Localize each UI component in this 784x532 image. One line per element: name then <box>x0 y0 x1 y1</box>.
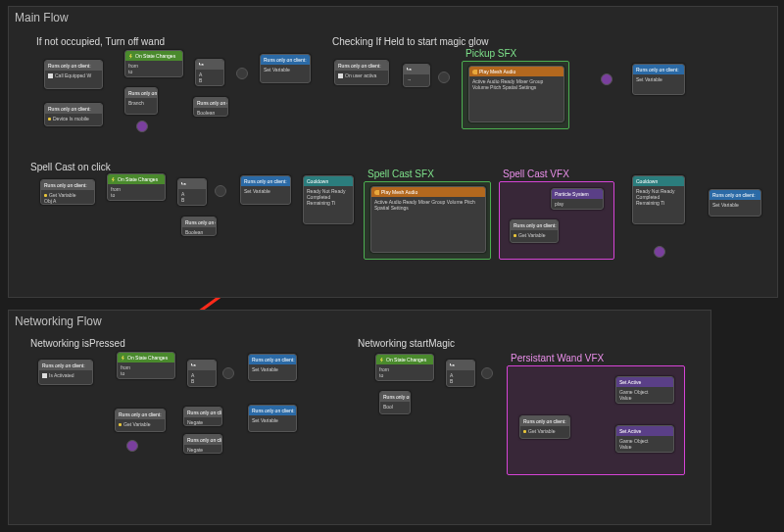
node-header: Runs only on client: <box>125 88 157 98</box>
node-set-variable-np[interactable]: Runs only on client: Set Variable <box>248 354 297 381</box>
node-header: On State Changes <box>125 51 182 61</box>
node-header: Runs only on client: <box>241 176 290 186</box>
node-get-variable-wv[interactable]: Runs only on client: Get Variable <box>519 415 570 439</box>
node-negate-2[interactable]: Runs only on client: Negate <box>183 434 222 454</box>
node-get-variable-sc[interactable]: Runs only on client: Get VariableObj A <box>40 179 95 205</box>
node-body: fromto <box>125 61 182 76</box>
node-play-audio-pickup[interactable]: Play Mesh Audio Active Audio Ready Mixer… <box>468 66 564 122</box>
reroute-node[interactable] <box>136 121 148 132</box>
bolt-icon <box>379 358 384 363</box>
node-header: Cooldown <box>633 176 684 186</box>
reroute-node[interactable] <box>236 68 248 79</box>
node-branch-1b[interactable]: ⮡ AB <box>195 59 224 86</box>
node-set-variable-sc[interactable]: Runs only on client: Set Variable <box>240 175 291 205</box>
node-on-state-changes-2[interactable]: On State Changes fromto <box>107 173 166 201</box>
node-header: Particle System <box>552 189 603 199</box>
node-on-state-changes-3[interactable]: On State Changes fromto <box>117 352 175 379</box>
node-body: AB <box>447 370 474 386</box>
node-set-active-2[interactable]: Set Active Game ObjectValue <box>615 425 674 453</box>
node-body: Branch <box>125 98 157 108</box>
reroute-node[interactable] <box>601 73 612 85</box>
node-get-variable-np[interactable]: Runs only on client: Get Variable <box>115 409 166 432</box>
node-body: Get Variable <box>520 426 569 436</box>
node-on-state-changes-1[interactable]: On State Changes fromto <box>124 50 183 77</box>
node-boolean-1[interactable]: Runs only on client: Boolean <box>193 97 228 117</box>
node-particle[interactable]: Particle System play <box>551 188 604 210</box>
node-get-variable-vfx[interactable]: Runs only on client: Get Variable <box>510 219 559 243</box>
section-title-net: Networking Flow <box>15 314 102 328</box>
sub-networking-ispressed: Networking isPressed <box>30 338 125 349</box>
section-main-flow[interactable]: Main Flow If not occupied, Turn off wand… <box>8 6 778 298</box>
node-negate-1[interactable]: Runs only on client: Negate <box>183 407 222 426</box>
node-header: Play Mesh Audio <box>371 187 485 197</box>
node-body: Call Equipped W <box>45 71 102 80</box>
node-header: Runs only on client: <box>41 180 94 190</box>
node-body: fromto <box>376 364 433 380</box>
node-body: Is Activated <box>39 370 92 380</box>
reroute-node[interactable] <box>215 185 226 197</box>
node-activated[interactable]: Runs only on client: Is Activated <box>38 360 93 385</box>
node-header: ⮡ <box>447 361 474 370</box>
node-body: → <box>404 74 429 84</box>
node-body: Game ObjectValue <box>616 436 673 452</box>
node-set-active-1[interactable]: Set Active Game ObjectValue <box>615 376 674 404</box>
node-body: AB <box>196 70 223 85</box>
comment-spell-sfx[interactable]: Spell Cast SFX Play Mesh Audio Active Au… <box>364 181 491 260</box>
node-body: Bool <box>380 402 410 411</box>
node-header: On State Changes <box>108 174 165 184</box>
section-networking-flow[interactable]: Networking Flow Networking isPressed Net… <box>8 310 711 525</box>
node-device-mobile[interactable]: Runs only on client: Device Is mobile <box>44 103 103 126</box>
comment-spell-vfx[interactable]: Spell Cast VFX Particle System play Runs… <box>499 181 614 260</box>
sound-icon <box>374 190 379 195</box>
node-header: Runs only on client: <box>182 218 216 227</box>
bolt-icon <box>128 54 133 59</box>
node-header: ⮡ <box>178 179 206 189</box>
node-branch-3[interactable]: ⮡ AB <box>187 360 217 387</box>
node-call-equipped[interactable]: Runs only on client: Call Equipped W <box>44 60 103 89</box>
node-cooldown-2[interactable]: Cooldown Ready Not Ready Completed Remai… <box>632 175 685 224</box>
comment-pickup-sfx[interactable]: Pickup SFX Play Mesh Audio Active Audio … <box>462 61 569 129</box>
reroute-node[interactable] <box>222 367 234 379</box>
node-header: Runs only on client: <box>249 355 296 364</box>
node-header: Runs only on client: <box>45 61 102 71</box>
node-play-audio-spell[interactable]: Play Mesh Audio Active Audio Ready Mixer… <box>370 186 486 253</box>
node-branch-1a[interactable]: Runs only on client: Branch <box>124 87 158 115</box>
node-header: Runs only on client: <box>116 410 165 419</box>
node-set-variable-np2[interactable]: Runs only on client: Set Variable <box>248 405 297 432</box>
reroute-node[interactable] <box>654 246 665 258</box>
reroute-node[interactable] <box>126 440 138 452</box>
node-header: Runs only on client: <box>194 98 227 108</box>
node-set-variable-1[interactable]: Runs only on client: Set Variable <box>260 54 311 83</box>
node-on-state-changes-4[interactable]: On State Changes fromto <box>375 354 434 381</box>
reroute-node[interactable] <box>438 72 450 83</box>
node-header: Runs only on client: <box>45 104 102 114</box>
node-branch-4b[interactable]: Runs only on client: Bool <box>379 391 411 414</box>
node-set-variable-end[interactable]: Runs only on client: Set Variable <box>709 189 761 217</box>
node-boolean-2[interactable]: Runs only on client: Boolean <box>181 217 217 236</box>
node-header: Runs only on client: <box>184 408 221 417</box>
node-header: Runs only on client: <box>335 61 388 71</box>
node-set-variable-2[interactable]: Runs only on client: Set Variable <box>632 64 685 95</box>
node-body: Negate <box>184 445 221 455</box>
node-body: Active Audio Ready Mixer Group Volume Pi… <box>469 76 564 92</box>
doc-icon <box>338 73 343 78</box>
comment-wand-vfx[interactable]: Persistant Wand VFX Runs only on client:… <box>507 365 685 475</box>
node-branch-mid[interactable]: ⮡ → <box>403 64 430 87</box>
node-header: ⮡ <box>196 60 223 70</box>
sound-icon <box>472 70 477 74</box>
doc-icon <box>42 373 47 378</box>
node-branch-4[interactable]: ⮡ AB <box>446 360 475 387</box>
reroute-node[interactable] <box>481 367 493 379</box>
section-title-main: Main Flow <box>15 11 69 24</box>
comment-title: Persistant Wand VFX <box>511 353 604 363</box>
node-body: Get Variable <box>116 419 165 429</box>
node-event-checking[interactable]: Runs only on client: On user activa <box>334 60 389 85</box>
node-branch-2[interactable]: ⮡ AB <box>177 178 207 206</box>
node-body: Boolean <box>182 227 216 237</box>
graph-canvas[interactable]: Main Flow If not occupied, Turn off wand… <box>0 0 784 532</box>
node-body: Game ObjectValue <box>616 387 673 403</box>
node-body: Ready Not Ready Completed Remaining Ti <box>633 186 684 208</box>
node-body: Set Variable <box>261 65 310 74</box>
node-header: Runs only on client: <box>520 416 569 426</box>
node-cooldown-1[interactable]: Cooldown Ready Not Ready Completed Remai… <box>303 175 354 224</box>
